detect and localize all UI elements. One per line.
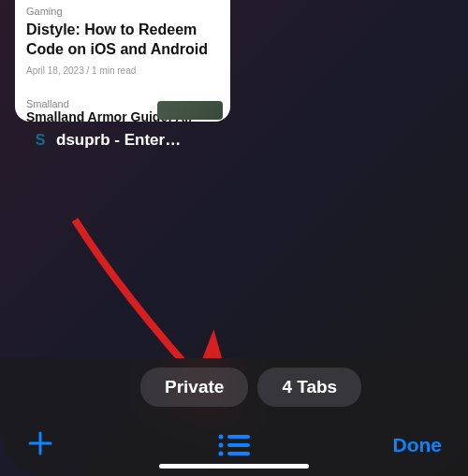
new-tab-button[interactable] [26, 427, 54, 463]
svg-point-0 [219, 435, 224, 440]
article-title: Distyle: How to Redeem Code on iOS and A… [15, 19, 230, 62]
tab-groups-row[interactable]: Private 4 Tabs [0, 358, 468, 420]
tab-group-private[interactable]: Private [140, 368, 248, 407]
bottom-toolbar-area: Private 4 Tabs Done [0, 358, 468, 476]
svg-rect-5 [227, 452, 250, 455]
article-meta: April 18, 2023 / 1 min read [15, 62, 230, 85]
tab-preview-card[interactable]: Gaming Distyle: How to Redeem Code on iO… [15, 0, 230, 122]
svg-rect-1 [227, 435, 250, 439]
tab-groups-menu-button[interactable] [218, 433, 250, 457]
home-indicator[interactable] [159, 464, 309, 469]
article-thumbnail [157, 101, 223, 120]
svg-point-2 [219, 443, 224, 448]
tab-title: dsuprb - Enter… [56, 131, 181, 150]
favicon-icon: S [32, 132, 49, 149]
tab-label-row[interactable]: S dsuprb - Enter… [15, 122, 453, 159]
svg-rect-3 [227, 443, 250, 447]
tab-group-tabs[interactable]: 4 Tabs [257, 368, 361, 407]
done-button[interactable]: Done [393, 434, 443, 456]
svg-point-4 [219, 452, 224, 456]
article-category: Gaming [15, 0, 230, 19]
